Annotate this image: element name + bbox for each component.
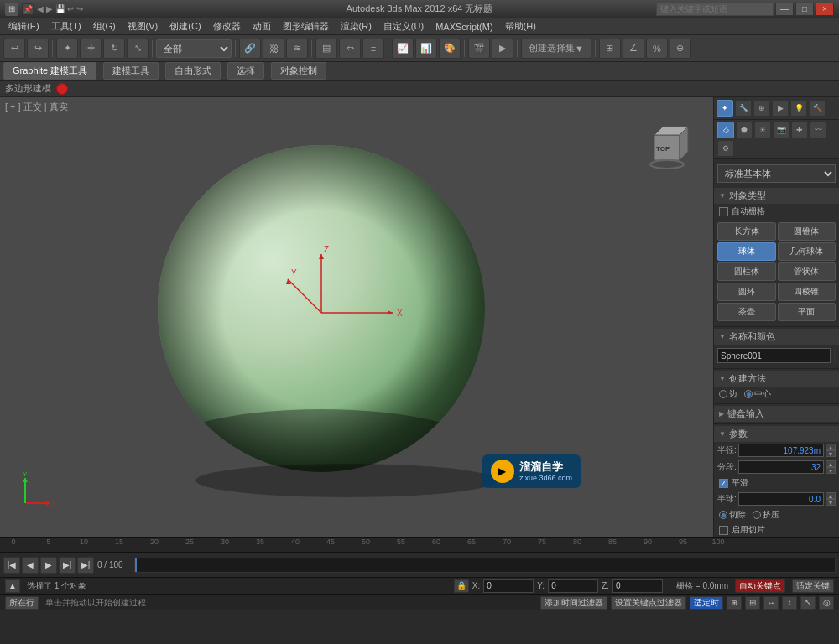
nav-icon-4[interactable]: ↕: [782, 596, 797, 610]
hierarchy-panel-icon[interactable]: ⊕: [753, 100, 770, 117]
menu-edit[interactable]: 编辑(E): [3, 19, 44, 34]
torus-btn[interactable]: 圆环: [717, 283, 776, 301]
auto-key-btn[interactable]: 自动关键点: [735, 579, 785, 593]
align-btn[interactable]: ≡: [362, 39, 384, 59]
lock-icon[interactable]: 🔒: [454, 579, 469, 593]
render-btn[interactable]: ▶: [492, 39, 513, 59]
utility-panel-icon[interactable]: 🔨: [809, 100, 826, 117]
render-setup-btn[interactable]: 🎬: [468, 39, 490, 59]
rotate-btn[interactable]: ↻: [103, 39, 125, 59]
light-icon[interactable]: ☀: [754, 122, 771, 138]
segments-down[interactable]: ▼: [826, 467, 836, 474]
nav-icon-3[interactable]: ↔: [763, 596, 779, 610]
display-panel-icon[interactable]: 💡: [790, 100, 807, 117]
menu-create[interactable]: 创建(C): [164, 19, 206, 34]
prev-frame-btn[interactable]: ◀: [22, 557, 39, 574]
percent-snap[interactable]: %: [646, 39, 668, 59]
y-input[interactable]: [548, 579, 598, 593]
link-btn[interactable]: 🔗: [239, 39, 261, 59]
menu-render[interactable]: 渲染(R): [336, 19, 377, 34]
select-filter[interactable]: 全部: [156, 39, 232, 58]
segments-input[interactable]: [738, 460, 824, 474]
close-button[interactable]: ×: [816, 3, 834, 16]
next-frame-btn[interactable]: ▶|: [59, 557, 76, 574]
teapot-btn[interactable]: 茶壶: [717, 303, 776, 321]
maximize-button[interactable]: □: [795, 3, 814, 16]
minimize-button[interactable]: —: [775, 3, 794, 16]
segments-up[interactable]: ▲: [826, 460, 836, 467]
graphite-tab-select[interactable]: 选择: [227, 62, 264, 80]
create-panel-icon[interactable]: ✦: [717, 100, 733, 117]
curve-editor-btn[interactable]: 📈: [392, 39, 414, 59]
menu-modifier[interactable]: 修改器: [208, 19, 246, 34]
menu-view[interactable]: 视图(V): [122, 19, 164, 34]
motion-panel-icon[interactable]: ▶: [772, 100, 789, 117]
camera-icon[interactable]: 📷: [773, 122, 789, 138]
spinner-snap[interactable]: ⊕: [670, 39, 691, 59]
radius-up[interactable]: ▲: [826, 444, 836, 450]
menu-group[interactable]: 组(G): [88, 19, 121, 34]
scale-btn[interactable]: ⤡: [127, 39, 149, 59]
angle-snap[interactable]: ∠: [623, 39, 644, 59]
geosphere-btn[interactable]: 几何球体: [778, 242, 836, 261]
snap-toggle[interactable]: ⊞: [599, 39, 621, 59]
hemi-down[interactable]: ▼: [826, 499, 836, 506]
viewport-gizmo[interactable]: TOP: [646, 122, 696, 173]
create-method-header[interactable]: ▼ 创建方法: [714, 371, 839, 387]
redo-btn[interactable]: ↪: [27, 39, 49, 59]
cone-btn[interactable]: 圆锥体: [778, 222, 836, 241]
bind-btn[interactable]: ≋: [286, 39, 308, 59]
z-input[interactable]: [612, 579, 663, 593]
radius-input[interactable]: [738, 444, 824, 457]
keyboard-header[interactable]: ▶ 键盘输入: [714, 406, 839, 422]
system-icon[interactable]: ⚙: [717, 140, 734, 157]
color-swatch[interactable]: [834, 348, 836, 363]
radio-center[interactable]: 中心: [744, 388, 771, 400]
goto-start-btn[interactable]: |◀: [3, 557, 20, 574]
plane-btn[interactable]: 平面: [778, 303, 836, 321]
object-type-header[interactable]: ▼ 对象类型: [714, 188, 839, 204]
shape-icon[interactable]: ⬟: [736, 122, 753, 138]
nav-icon-6[interactable]: ◎: [819, 596, 834, 610]
nav-icon-5[interactable]: ⤡: [800, 596, 816, 610]
params-header[interactable]: ▼ 参数: [714, 426, 839, 442]
set-key-btn[interactable]: 适定关键: [792, 579, 834, 593]
radius-down[interactable]: ▼: [826, 450, 836, 457]
name-color-header[interactable]: ▼ 名称和颜色: [714, 329, 839, 345]
cylinder-btn[interactable]: 圆柱体: [717, 262, 776, 281]
nav-icon-1[interactable]: ⊕: [727, 596, 742, 610]
timeline-track[interactable]: [134, 558, 836, 573]
hemi-up[interactable]: ▲: [826, 492, 836, 499]
viewport[interactable]: [ + ] 正交 | 真实: [0, 97, 713, 537]
mirror-btn[interactable]: ⇔: [339, 39, 361, 59]
move-btn[interactable]: ✛: [80, 39, 102, 59]
search-input[interactable]: [656, 3, 774, 16]
sphere-btn[interactable]: 球体: [717, 242, 776, 261]
menu-maxscript[interactable]: MAXScript(M): [430, 21, 498, 33]
create-select-btn[interactable]: 创建选择集 ▼: [521, 39, 591, 59]
play-btn[interactable]: ▶: [40, 557, 57, 574]
autocorrect-checkbox[interactable]: [719, 207, 728, 216]
mode-btn[interactable]: 适定时: [690, 596, 723, 610]
graphite-tab-freeform[interactable]: 自由形式: [165, 62, 221, 80]
box-btn[interactable]: 长方体: [717, 222, 776, 241]
menu-animation[interactable]: 动画: [248, 19, 276, 34]
radio-edge[interactable]: 边: [719, 388, 737, 400]
smooth-checkbox[interactable]: ✓: [719, 479, 728, 488]
enable-slice-checkbox[interactable]: [719, 526, 728, 535]
material-btn[interactable]: 🎨: [439, 39, 461, 59]
goto-end-btn[interactable]: ▶|: [77, 557, 94, 574]
pin-btn[interactable]: 📌: [22, 3, 34, 15]
object-name-input[interactable]: [717, 348, 831, 363]
nav-icon-2[interactable]: ⊞: [745, 596, 760, 610]
hemi-input[interactable]: [738, 492, 824, 506]
select-btn[interactable]: ✦: [56, 39, 78, 59]
set-filter-btn[interactable]: 设置关键点过滤器: [611, 596, 686, 610]
tube-btn[interactable]: 管状体: [778, 262, 836, 281]
undo-btn[interactable]: ↩: [3, 39, 25, 59]
space-warp-icon[interactable]: 〰: [810, 122, 826, 138]
menu-tools[interactable]: 工具(T): [46, 19, 86, 34]
schematic-btn[interactable]: 📊: [415, 39, 437, 59]
unlink-btn[interactable]: ⛓: [263, 39, 284, 59]
status-expand-btn[interactable]: ▲: [5, 579, 20, 593]
